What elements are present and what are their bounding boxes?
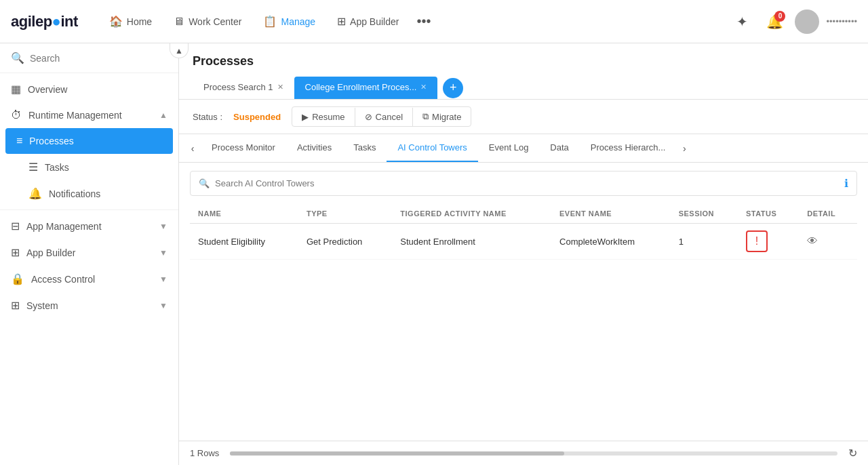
ai-assistant-button[interactable]: ✦	[728, 8, 755, 35]
process-tabs-row: Process Search 1 ✕ College Enrollment Pr…	[193, 77, 854, 99]
grid-icon: ⊞	[337, 15, 346, 28]
cancel-icon: ⊘	[365, 112, 372, 122]
sidebar: 🔍 ▦ Overview ⏱ Runtime Management ▲ ≡ Pr…	[0, 43, 179, 465]
nav-manage-label: Manage	[281, 16, 315, 27]
logo: agilep●int	[11, 13, 78, 31]
cell-status: !	[738, 224, 799, 260]
inner-tabs-prev[interactable]: ‹	[184, 135, 201, 162]
cancel-button[interactable]: ⊘ Cancel	[355, 108, 413, 126]
table-body: Student Eligibility Get Prediction Stude…	[190, 224, 857, 260]
col-type: TYPE	[298, 204, 392, 224]
sidebar-item-access-control[interactable]: 🔒 Access Control ▼	[0, 266, 178, 292]
sidebar-search[interactable]: 🔍	[0, 43, 178, 73]
ai-search-bar[interactable]: 🔍 ℹ	[190, 171, 857, 196]
sidebar-item-tasks[interactable]: ☰ Tasks	[0, 154, 178, 180]
sidebar-item-processes-label: Processes	[29, 136, 162, 146]
status-label: Status :	[193, 112, 222, 122]
cancel-label: Cancel	[376, 112, 403, 122]
nav-app-builder[interactable]: ⊞ App Builder	[328, 9, 408, 33]
rows-count: 1 Rows	[190, 448, 219, 458]
nav-home[interactable]: 🏠 Home	[100, 9, 161, 33]
processes-title: Processes	[193, 54, 854, 68]
ai-search-icon: 🔍	[199, 178, 210, 188]
process-tab-1[interactable]: Process Search 1 ✕	[193, 77, 294, 99]
system-arrow-icon: ▼	[159, 301, 167, 310]
sidebar-item-system[interactable]: ⊞ System ▼	[0, 292, 178, 319]
info-icon[interactable]: ℹ	[844, 177, 848, 190]
sidebar-item-notifications[interactable]: 🔔 Notifications	[0, 180, 178, 207]
inner-tab-ai-control-towers[interactable]: AI Control Towers	[387, 134, 477, 162]
detail-view-button[interactable]: 👁	[807, 235, 818, 247]
inner-tab-process-monitor[interactable]: Process Monitor	[201, 134, 286, 162]
sparkle-icon: ✦	[736, 14, 748, 30]
main-body: 🔍 ▦ Overview ⏱ Runtime Management ▲ ≡ Pr…	[0, 43, 868, 465]
migrate-label: Migrate	[432, 112, 461, 122]
app-builder-arrow-icon: ▼	[159, 248, 167, 258]
nav-work-center-label: Work Center	[189, 16, 241, 27]
content-footer: 1 Rows ↻	[179, 441, 868, 465]
sidebar-item-app-builder[interactable]: ⊞ App Builder ▼	[0, 239, 178, 266]
col-status: STATUS	[738, 204, 799, 224]
refresh-button[interactable]: ↻	[848, 447, 857, 460]
process-tab-2-close[interactable]: ✕	[420, 83, 427, 92]
status-bar: Status : Suspended ▶ Resume ⊘ Cancel ⧉ M…	[179, 100, 868, 134]
migrate-button[interactable]: ⧉ Migrate	[413, 107, 471, 126]
table-header-row: NAME TYPE TIGGERED ACTIVITY NAME EVENT N…	[190, 204, 857, 224]
inner-tab-process-hierarchy[interactable]: Process Hierarch...	[580, 134, 677, 162]
process-tab-1-close[interactable]: ✕	[277, 83, 283, 92]
scrollbar-track[interactable]	[230, 451, 837, 456]
sidebar-item-tasks-label: Tasks	[45, 162, 167, 173]
nav-items: 🏠 Home 🖥 Work Center 📋 Manage ⊞ App Buil…	[100, 8, 729, 35]
nav-manage[interactable]: 📋 Manage	[254, 9, 325, 33]
sidebar-item-app-management-label: App Management	[26, 221, 153, 232]
inner-tab-tasks[interactable]: Tasks	[342, 134, 387, 162]
manage-icon: 📋	[263, 15, 277, 28]
inner-tab-activities[interactable]: Activities	[286, 134, 342, 162]
nav-home-label: Home	[127, 16, 152, 27]
sidebar-item-app-management[interactable]: ⊟ App Management ▼	[0, 213, 178, 239]
lock-icon: 🔒	[11, 272, 24, 285]
inner-tab-activities-label: Activities	[297, 142, 332, 153]
notifications-button[interactable]: 🔔 0	[761, 8, 788, 35]
sidebar-item-processes[interactable]: ≡ Processes	[5, 128, 173, 154]
access-control-arrow-icon: ▼	[159, 275, 167, 284]
sidebar-item-overview[interactable]: ▦ Overview	[0, 76, 178, 102]
add-tab-button[interactable]: +	[443, 78, 463, 98]
ai-search-input[interactable]	[215, 178, 839, 188]
logo-text: agilep●int	[11, 13, 78, 31]
migrate-icon: ⧉	[422, 111, 429, 122]
app-management-arrow-icon: ▼	[159, 222, 167, 231]
search-input[interactable]	[30, 53, 167, 64]
nav-more-button[interactable]: •••	[411, 8, 436, 35]
inner-tab-data[interactable]: Data	[539, 134, 579, 162]
status-error-button[interactable]: !	[746, 230, 768, 252]
inner-tabs-next[interactable]: ›	[676, 135, 692, 162]
data-table-element: NAME TYPE TIGGERED ACTIVITY NAME EVENT N…	[190, 204, 857, 260]
scrollbar-thumb[interactable]	[230, 451, 564, 456]
sidebar-section-main: ▦ Overview ⏱ Runtime Management ▲ ≡ Proc…	[0, 73, 178, 321]
col-detail: DETAIL	[799, 204, 857, 224]
status-actions: ▶ Resume ⊘ Cancel ⧉ Migrate	[292, 106, 471, 127]
cell-name: Student Eligibility	[190, 224, 298, 260]
bell-side-icon: 🔔	[28, 187, 42, 200]
process-tab-2[interactable]: College Enrollment Proces... ✕	[294, 77, 438, 99]
inner-tab-ai-control-towers-label: AI Control Towers	[397, 142, 467, 153]
cell-type: Get Prediction	[298, 224, 392, 260]
nav-work-center[interactable]: 🖥 Work Center	[164, 10, 251, 33]
cell-session: 1	[671, 224, 738, 260]
inner-tab-event-log[interactable]: Event Log	[478, 134, 540, 162]
sidebar-item-runtime-management[interactable]: ⏱ Runtime Management ▲	[0, 102, 178, 128]
app-management-icon: ⊟	[11, 220, 20, 232]
avatar	[795, 9, 819, 34]
process-tab-1-label: Process Search 1	[203, 82, 273, 92]
username-display: ••••••••••	[826, 16, 857, 26]
inner-tab-tasks-label: Tasks	[353, 142, 376, 153]
inner-tab-event-log-label: Event Log	[489, 142, 529, 153]
col-event-name: EVENT NAME	[551, 204, 671, 224]
user-avatar-button[interactable]	[793, 8, 821, 35]
resume-label: Resume	[312, 112, 344, 122]
ai-control-towers-table: NAME TYPE TIGGERED ACTIVITY NAME EVENT N…	[190, 204, 857, 432]
status-value: Suspended	[233, 112, 281, 122]
resume-button[interactable]: ▶ Resume	[292, 108, 355, 126]
top-navigation: agilep●int 🏠 Home 🖥 Work Center 📋 Manage…	[0, 0, 868, 43]
